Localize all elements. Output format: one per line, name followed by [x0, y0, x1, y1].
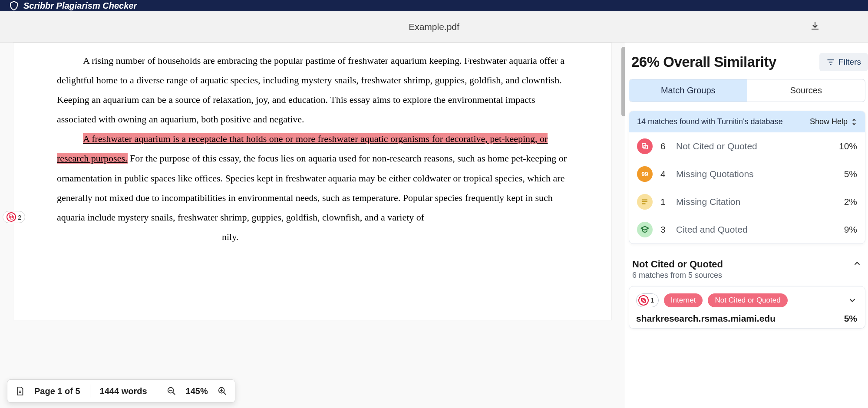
pill-not-cited: Not Cited or Quoted [708, 293, 787, 307]
matches-found-text: 14 matches found with Turnitin's databas… [637, 117, 783, 126]
app-header: Scribbr Plagiarism Checker [0, 0, 868, 11]
app-title: Scribbr Plagiarism Checker [23, 1, 137, 11]
paragraph-1: A rising number of households are embrac… [57, 51, 568, 129]
chevron-up-icon [852, 259, 862, 268]
match-badge-icon [7, 212, 16, 222]
source-number-badge: 1 [636, 293, 659, 307]
tab-match-groups[interactable]: Match Groups [629, 79, 747, 102]
badge-icon: 99 [637, 166, 653, 182]
document-pane: A rising number of households are embrac… [0, 43, 625, 408]
paragraph-2-rest: For the purpose of this essay, the focus… [57, 153, 567, 222]
group-percent: 2% [844, 197, 857, 207]
separator [90, 385, 90, 398]
group-row-cited-quoted[interactable]: 3 Cited and Quoted 9% [629, 216, 865, 243]
document-page: A rising number of households are embrac… [13, 43, 612, 320]
source-number: 1 [650, 297, 654, 304]
section-header[interactable]: Not Cited or Quoted [629, 256, 868, 271]
zoom-level: 145% [186, 386, 208, 396]
group-label: Missing Citation [676, 197, 836, 207]
group-percent: 5% [844, 169, 857, 179]
similarity-title: 26% Overall Similarity [631, 54, 776, 70]
match-badge-number: 2 [18, 214, 21, 221]
zoom-in-button[interactable] [218, 386, 227, 396]
source-url: sharkresearch.rsmas.miami.edu [636, 313, 776, 324]
zoom-out-icon [167, 386, 176, 396]
group-count: 1 [660, 197, 668, 207]
pill-internet: Internet [664, 293, 703, 307]
svg-rect-1 [10, 216, 13, 219]
section-subtitle: 6 matches from 5 sources [629, 271, 868, 286]
zoom-out-button[interactable] [167, 386, 176, 396]
group-count: 6 [660, 141, 668, 151]
group-row-missing-citation[interactable]: 1 Missing Citation 2% [629, 188, 865, 216]
group-label: Missing Quotations [676, 169, 836, 179]
shield-icon [9, 0, 19, 11]
tab-sources[interactable]: Sources [747, 79, 865, 102]
inline-match-badge[interactable]: 2 [3, 211, 25, 223]
group-label: Cited and Quoted [676, 224, 836, 235]
badge-icon [637, 222, 653, 237]
sort-icon [851, 118, 857, 126]
section-title: Not Cited or Quoted [632, 259, 723, 270]
svg-rect-0 [9, 215, 12, 218]
group-percent: 10% [839, 141, 857, 151]
file-name: Example.pdf [409, 22, 459, 32]
group-count: 3 [660, 224, 668, 235]
chevron-down-icon[interactable] [848, 296, 857, 305]
document-toolbar: Page 1 of 5 1444 words 145% [7, 379, 235, 403]
source-card[interactable]: 1 Internet Not Cited or Quoted sharkrese… [629, 286, 865, 329]
similarity-panel: 26% Overall Similarity Filters Match Gro… [625, 43, 868, 408]
filters-label: Filters [838, 57, 861, 67]
collapse-button[interactable] [852, 259, 862, 270]
group-row-not-cited[interactable]: 6 Not Cited or Quoted 10% [629, 132, 865, 160]
download-button[interactable] [810, 21, 820, 33]
download-icon [810, 21, 820, 31]
similarity-tabs: Match Groups Sources [629, 79, 865, 102]
show-help-label: Show Help [810, 117, 848, 126]
match-groups-card: 14 matches found with Turnitin's databas… [629, 111, 865, 244]
filters-button[interactable]: Filters [819, 53, 868, 71]
page-indicator: Page 1 of 5 [34, 386, 80, 396]
group-count: 4 [660, 169, 668, 179]
show-help-button[interactable]: Show Help [810, 117, 857, 126]
group-label: Not Cited or Quoted [676, 141, 831, 151]
separator [157, 385, 157, 398]
group-percent: 9% [844, 224, 857, 235]
file-bar: Example.pdf [0, 11, 868, 43]
scrollbar[interactable] [621, 47, 625, 116]
paragraph-2: A freshwater aquarium is a receptacle th… [57, 129, 568, 227]
source-percent: 5% [844, 313, 857, 324]
badge-icon [637, 194, 653, 210]
filter-icon [826, 58, 835, 66]
badge-icon [637, 138, 653, 154]
zoom-in-icon [218, 386, 227, 396]
page-icon [15, 386, 25, 396]
word-count: 1444 words [100, 386, 147, 396]
paragraph-2-tail: nily. [57, 227, 568, 247]
group-row-missing-quotations[interactable]: 99 4 Missing Quotations 5% [629, 160, 865, 188]
